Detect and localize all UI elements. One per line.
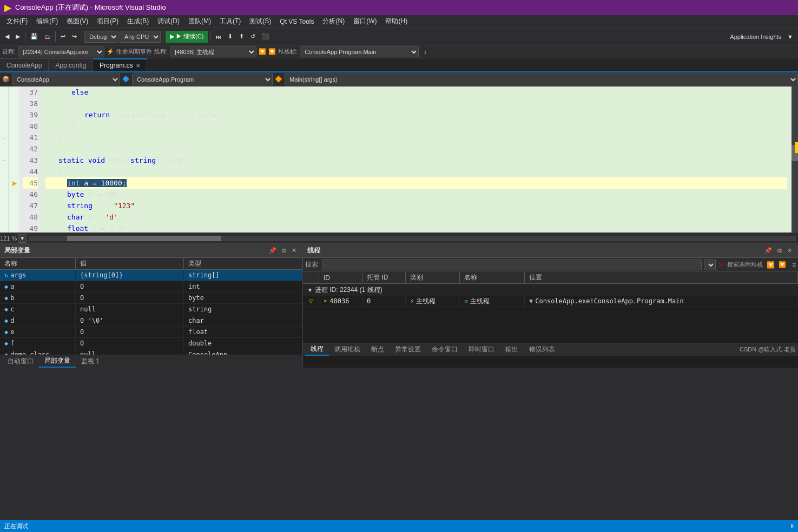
code-line-38: { <box>45 98 787 109</box>
app-title: ConsoleApp (正在调试) - Microsoft Visual Stu… <box>15 3 166 12</box>
locals-pin-btn[interactable]: 📌 <box>267 247 278 255</box>
f-name: f <box>10 340 14 347</box>
locals-row-c[interactable]: ◆ c null string <box>0 304 302 315</box>
collapse-43[interactable]: ─ <box>0 155 8 166</box>
d-type: char <box>184 315 302 326</box>
tab-auto-window[interactable]: 自动窗口 <box>2 356 39 367</box>
thread-dropdown[interactable]: [48036] 主线程 <box>170 46 256 57</box>
toolbar-back[interactable]: ◀ <box>2 30 12 44</box>
editor-scrollbar-v[interactable] <box>792 87 798 232</box>
demo-name: demo_class <box>10 351 49 355</box>
threads-float-btn[interactable]: ⧉ <box>776 247 783 255</box>
menu-debug[interactable]: 调试(D) <box>153 16 184 27</box>
tab-appconfig[interactable]: App.config <box>49 58 93 71</box>
tab-watch[interactable]: 监视 1 <box>76 356 105 367</box>
menu-qt[interactable]: Qt VS Tools <box>275 17 318 26</box>
thread-location-expand[interactable]: ▼ <box>529 297 533 305</box>
toolbar-restart[interactable]: ↺ <box>248 30 258 44</box>
threads-search-input[interactable] <box>322 260 702 270</box>
toolbar-step-out[interactable]: ⬆ <box>236 30 247 44</box>
line-indicator-42 <box>0 143 8 155</box>
tab-command[interactable]: 命令窗口 <box>426 344 463 355</box>
toolbar-step-over[interactable]: ⏭ <box>213 30 224 44</box>
toolbar-save[interactable]: 💾 <box>28 30 41 44</box>
process-dropdown[interactable]: [22344] ConsoleApp.exe <box>18 46 104 57</box>
toolbar-redo[interactable]: ↪ <box>69 30 80 44</box>
locals-row-args[interactable]: ↻ args {string[0]} string[] <box>0 270 302 281</box>
status-mode: 正在调试 <box>4 522 28 530</box>
toolbar-save-all[interactable]: 🗂 <box>42 30 53 44</box>
tab-exception-settings[interactable]: 异常设置 <box>390 344 426 355</box>
menu-test[interactable]: 测试(S) <box>245 16 275 27</box>
csdn-label: CSDN @软入式-老贫 <box>740 345 796 354</box>
locals-row-a[interactable]: ◆ a 0 int <box>0 281 302 292</box>
debug-mode-dropdown[interactable]: Debug <box>84 31 118 43</box>
stack-dropdown[interactable]: ConsoleApp.Program.Main <box>300 46 419 57</box>
threads-pin-btn[interactable]: 📌 <box>763 247 774 255</box>
tab-programcs-close[interactable]: ✕ <box>136 63 140 69</box>
thread-location: ConsoleApp.exe!ConsoleApp.Program.Main <box>535 297 684 305</box>
toolbar-stop[interactable]: ⬛ <box>259 30 272 44</box>
toolbar-forward[interactable]: ▶ <box>13 30 23 44</box>
code-editor[interactable]: else { return iterate(data - 1) + data; … <box>41 87 792 232</box>
line-indicator-45 <box>0 177 8 189</box>
menu-team[interactable]: 团队(M) <box>184 16 215 27</box>
platform-dropdown[interactable]: Any CPU <box>120 31 161 43</box>
menu-window[interactable]: 窗口(W) <box>349 16 381 27</box>
tab-threads[interactable]: 线程 <box>305 343 329 356</box>
tab-locals[interactable]: 局部变量 <box>39 355 76 368</box>
menu-edit[interactable]: 编辑(E) <box>32 16 62 27</box>
tab-consoleapp[interactable]: ConsoleApp <box>0 58 49 71</box>
bottom-tab-bar-threads: 线程 调用堆栈 断点 异常设置 命令窗口 即时窗口 输出 错误列表 CSDN @… <box>303 343 798 356</box>
tab-output[interactable]: 输出 <box>500 344 524 355</box>
tab-programcs[interactable]: Program.cs ✕ <box>93 58 147 71</box>
locals-close-btn[interactable]: ✕ <box>290 247 298 255</box>
method-dropdown[interactable]: Main(string[] args) <box>285 74 798 85</box>
tab-error-list[interactable]: 错误列表 <box>524 344 560 355</box>
search-callstack-btn[interactable]: 搜索调用堆栈 <box>726 260 764 269</box>
toolbar-undo[interactable]: ↩ <box>58 30 68 44</box>
locals-panel-header: 局部变量 📌 ⧉ ✕ <box>0 244 302 258</box>
threads-close-btn[interactable]: ✕ <box>786 247 794 255</box>
locals-row-b[interactable]: ◆ b 0 byte <box>0 292 302 304</box>
threads-filter-btn[interactable]: 🔽 <box>777 261 788 269</box>
args-value: {string[0]} <box>76 270 184 281</box>
code-line-47: string c = "123"; <box>45 200 787 211</box>
menu-tools[interactable]: 工具(T) <box>215 16 245 27</box>
demo-value: null <box>76 349 184 355</box>
app-insights-dropdown[interactable]: ▼ <box>784 30 796 44</box>
filter-icon: 🔽 <box>259 48 266 55</box>
locals-row-e[interactable]: ◆ e 0 float <box>0 327 302 338</box>
continue-button[interactable]: ▶ ▶ 继续(C) <box>166 31 208 43</box>
toolbar-step-into[interactable]: ⬇ <box>225 30 235 44</box>
app-insights-label: Application Insights <box>728 34 783 40</box>
tab-breakpoints[interactable]: 断点 <box>366 344 390 355</box>
threads-group-process[interactable]: ▼ 进程 ID: 22344 (1 线程) <box>303 284 798 296</box>
title-bar: ▶ ConsoleApp (正在调试) - Microsoft Visual S… <box>0 0 798 15</box>
menu-project[interactable]: 项目(P) <box>93 16 123 27</box>
zoom-dropdown[interactable]: ▼ <box>18 234 27 243</box>
locals-float-btn[interactable]: ⧉ <box>280 247 288 255</box>
tab-callstack[interactable]: 调用堆栈 <box>329 344 366 355</box>
editor-scrollbar-h[interactable] <box>29 236 796 241</box>
code-line-39: return iterate(data - 1) + data; <box>45 109 787 121</box>
e-name: e <box>10 328 14 336</box>
class-dropdown[interactable]: ConsoleApp.Program <box>132 74 273 85</box>
locals-row-d[interactable]: ◆ d 0 '\0' char <box>0 315 302 327</box>
menu-analyze[interactable]: 分析(N) <box>318 16 349 27</box>
threads-row-main[interactable]: ▽ ➤ 48036 0 ⚡ 主线程 ✕ 主线程 ▼ ConsoleApp.exe <box>303 296 798 307</box>
continue-icon: ▶ <box>170 33 174 40</box>
locals-row-demo[interactable]: ◆ demo_class null ConsoleApp... <box>0 349 302 355</box>
line-indicator-41[interactable]: ─ <box>0 132 8 143</box>
menu-build[interactable]: 生成(B) <box>123 16 153 27</box>
threads-search-mode[interactable] <box>704 260 716 270</box>
tab-immediate[interactable]: 即时窗口 <box>463 344 500 355</box>
scrollbar-thumb-h[interactable] <box>67 236 221 241</box>
menu-view[interactable]: 视图(V) <box>62 16 93 27</box>
namespace-dropdown[interactable]: ConsoleApp <box>12 74 120 85</box>
menu-file[interactable]: 文件(F) <box>2 16 32 27</box>
menu-help[interactable]: 帮助(H) <box>381 16 412 27</box>
stack-refresh[interactable]: ↕ <box>421 45 430 59</box>
locals-row-f[interactable]: ◆ f 0 double <box>0 338 302 349</box>
search-clear-btn[interactable]: ✕ <box>718 261 723 269</box>
